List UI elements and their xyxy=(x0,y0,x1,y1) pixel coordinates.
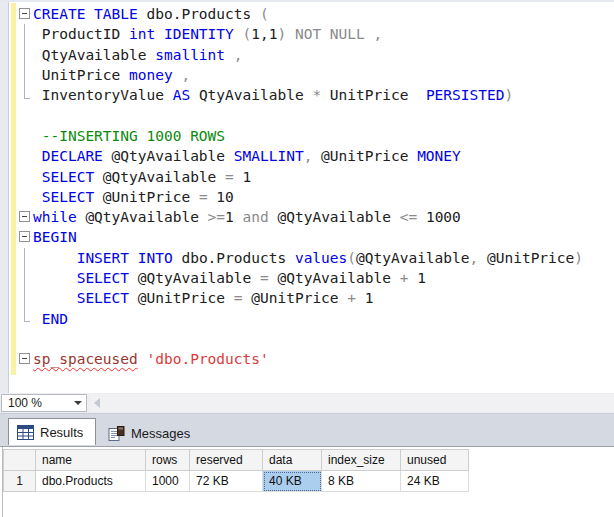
code-token: ( xyxy=(234,26,251,42)
code-line[interactable]: SELECT @UnitPrice = 10 xyxy=(17,187,614,207)
code-token: @UnitPrice xyxy=(312,148,417,164)
code-line[interactable]: UnitPrice money , xyxy=(17,65,614,85)
code-token: QtyAvailable xyxy=(33,47,155,63)
grid-cell[interactable]: dbo.Products xyxy=(36,471,146,492)
tab-results-label: Results xyxy=(40,425,83,440)
code-token: int IDENTITY xyxy=(129,26,234,42)
fold-guide xyxy=(17,166,33,186)
code-token: MONEY xyxy=(417,148,461,164)
tab-results[interactable]: Results xyxy=(8,418,96,445)
code-token xyxy=(138,351,147,367)
code-line[interactable]: END xyxy=(17,308,614,328)
code-token: SELECT xyxy=(77,270,129,286)
column-header-rows[interactable]: rows xyxy=(146,450,190,471)
code-text: INSERT INTO dbo.Products values(@QtyAvai… xyxy=(33,250,583,266)
code-line[interactable]: CREATE TABLE dbo.Products ( xyxy=(17,4,614,24)
code-line[interactable]: DECLARE @QtyAvailable SMALLINT, @UnitPri… xyxy=(17,146,614,166)
code-token: while xyxy=(33,209,77,225)
code-token: @QtyAvailable xyxy=(356,250,470,266)
code-token: smallint xyxy=(155,47,225,63)
column-header-index_size[interactable]: index_size xyxy=(322,450,401,471)
scroll-left-arrow-icon[interactable] xyxy=(94,398,100,408)
code-line[interactable]: while @QtyAvailable >=1 and @QtyAvailabl… xyxy=(17,207,614,227)
column-header-reserved[interactable]: reserved xyxy=(190,450,263,471)
grid-cell[interactable]: 72 KB xyxy=(190,471,263,492)
code-text: ProductID int IDENTITY (1,1) NOT NULL , xyxy=(33,26,382,42)
code-token: <= xyxy=(400,209,417,225)
code-line[interactable]: SELECT @QtyAvailable = @QtyAvailable + 1 xyxy=(17,268,614,288)
fold-guide xyxy=(17,268,33,288)
zoom-combo[interactable]: 100 % xyxy=(1,394,87,412)
code-token: values xyxy=(295,250,347,266)
code-token: @QtyAvailable xyxy=(269,209,400,225)
code-token: @UnitPrice xyxy=(478,250,574,266)
code-token xyxy=(33,250,77,266)
fold-minus-box[interactable] xyxy=(19,353,30,364)
column-header-name[interactable]: name xyxy=(36,450,146,471)
code-line[interactable]: BEGIN xyxy=(17,227,614,247)
code-token xyxy=(33,311,42,327)
grid-cell[interactable]: 8 KB xyxy=(322,471,401,492)
code-line[interactable]: SELECT @UnitPrice = @UnitPrice + 1 xyxy=(17,288,614,308)
code-line[interactable] xyxy=(17,329,614,349)
fold-guide xyxy=(17,248,33,268)
code-line[interactable]: INSERT INTO dbo.Products values(@QtyAvai… xyxy=(17,248,614,268)
horizontal-scrollbar[interactable] xyxy=(90,394,614,412)
code-text: BEGIN xyxy=(33,229,77,245)
code-token: @QtyAvailable xyxy=(77,209,208,225)
code-token: = xyxy=(199,189,208,205)
code-line[interactable]: --INSERTING 1000 ROWS xyxy=(17,126,614,146)
code-token xyxy=(33,189,42,205)
selected-cell[interactable]: 40 KB xyxy=(263,471,322,492)
code-text: sp_spaceused 'dbo.Products' xyxy=(33,351,269,367)
code-token: 10 xyxy=(208,189,234,205)
fold-guide xyxy=(17,329,33,349)
code-token: @QtyAvailable xyxy=(269,270,400,286)
code-token: ( xyxy=(260,6,269,22)
grid-cell[interactable]: 1000 xyxy=(146,471,190,492)
code-token: , xyxy=(225,47,242,63)
fold-collapse-icon[interactable] xyxy=(17,349,33,369)
code-text: END xyxy=(33,311,68,327)
code-token: UnitPrice xyxy=(321,87,426,103)
code-text: InventoryValue AS QtyAvailable * UnitPri… xyxy=(33,87,513,103)
code-token xyxy=(33,148,42,164)
code-text: SELECT @UnitPrice = @UnitPrice + 1 xyxy=(33,290,374,306)
fold-collapse-icon[interactable] xyxy=(17,4,33,24)
code-line[interactable]: QtyAvailable smallint , xyxy=(17,45,614,65)
code-line[interactable]: ProductID int IDENTITY (1,1) NOT NULL , xyxy=(17,24,614,44)
code-token: ) xyxy=(504,87,513,103)
code-token: >= xyxy=(208,209,225,225)
code-text: SELECT @UnitPrice = 10 xyxy=(33,189,234,205)
code-line[interactable]: SELECT @QtyAvailable = 1 xyxy=(17,166,614,186)
code-line[interactable]: InventoryValue AS QtyAvailable * UnitPri… xyxy=(17,85,614,105)
tab-messages[interactable]: Messages xyxy=(100,420,202,447)
fold-guide xyxy=(17,187,33,207)
tab-messages-label: Messages xyxy=(131,426,190,441)
column-header-unused[interactable]: unused xyxy=(401,450,469,471)
sql-editor[interactable]: CREATE TABLE dbo.Products ( ProductID in… xyxy=(0,0,614,393)
zoom-value: 100 % xyxy=(2,396,70,410)
column-header-data[interactable]: data xyxy=(263,450,322,471)
code-token: 'dbo.Products' xyxy=(147,351,269,367)
fold-minus-box[interactable] xyxy=(19,8,30,19)
fold-collapse-icon[interactable] xyxy=(17,227,33,247)
code-token: DECLARE xyxy=(42,148,103,164)
fold-minus-box[interactable] xyxy=(19,231,30,242)
grid-cell[interactable]: 24 KB xyxy=(401,471,469,492)
code-token: dbo.Products xyxy=(138,6,260,22)
fold-collapse-icon[interactable] xyxy=(17,207,33,227)
code-area[interactable]: CREATE TABLE dbo.Products ( ProductID in… xyxy=(17,4,614,369)
row-header[interactable]: 1 xyxy=(4,471,36,492)
chevron-down-icon[interactable] xyxy=(70,395,86,411)
code-line[interactable] xyxy=(17,105,614,125)
code-line[interactable]: sp_spaceused 'dbo.Products' xyxy=(17,349,614,369)
fold-guide xyxy=(17,65,33,85)
code-token: ProductID xyxy=(33,26,129,42)
code-token: @UnitPrice xyxy=(94,189,199,205)
fold-minus-box[interactable] xyxy=(19,211,30,222)
grid-corner-cell[interactable] xyxy=(4,450,36,471)
code-token: = xyxy=(225,169,234,185)
indicator-margin xyxy=(0,2,9,393)
code-token: 1 xyxy=(225,209,242,225)
